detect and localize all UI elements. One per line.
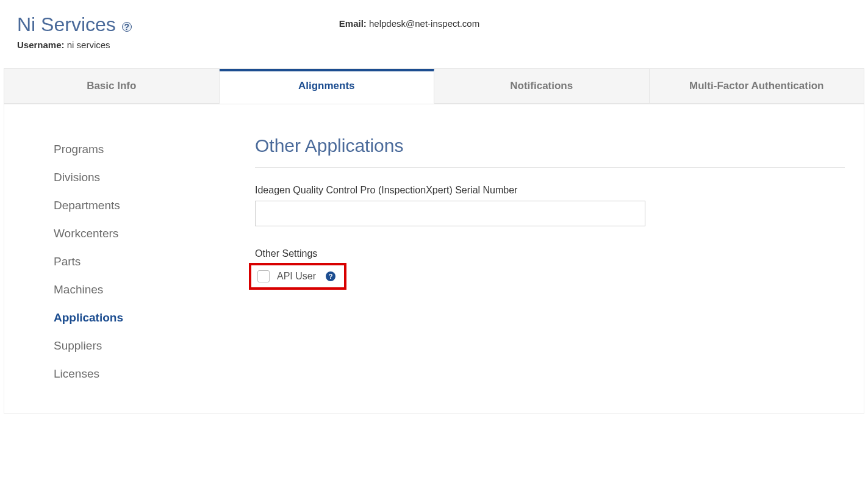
page-title: Ni Services ? — [17, 13, 132, 36]
api-user-highlight: API User ? — [249, 263, 346, 290]
sidebar-item-machines[interactable]: Machines — [54, 276, 255, 304]
sidebar-item-divisions[interactable]: Divisions — [54, 163, 255, 192]
help-icon[interactable]: ? — [326, 271, 335, 281]
sidebar-item-suppliers[interactable]: Suppliers — [54, 332, 255, 360]
help-icon[interactable]: ? — [122, 22, 132, 32]
sidebar-item-applications[interactable]: Applications — [54, 304, 255, 332]
sidebar-item-workcenters[interactable]: Workcenters — [54, 220, 255, 248]
main-panel: Other Applications Ideagen Quality Contr… — [255, 135, 857, 388]
tab-alignments[interactable]: Alignments — [220, 69, 435, 104]
api-user-checkbox[interactable] — [257, 270, 270, 282]
username-line: Username: ni services — [17, 40, 132, 50]
alignments-sidebar: Programs Divisions Departments Workcente… — [11, 135, 255, 388]
tab-notifications[interactable]: Notifications — [434, 69, 650, 104]
sidebar-item-departments[interactable]: Departments — [54, 192, 255, 220]
email-block: Email: helpdesk@net-inspect.com — [339, 18, 479, 29]
tab-basic-info[interactable]: Basic Info — [4, 69, 220, 104]
section-title: Other Applications — [255, 135, 845, 168]
tab-bar: Basic Info Alignments Notifications Mult… — [4, 68, 864, 104]
serial-number-label: Ideagen Quality Control Pro (InspectionX… — [255, 185, 845, 196]
email-label: Email: — [339, 18, 367, 29]
email-value: helpdesk@net-inspect.com — [369, 18, 479, 29]
sidebar-item-programs[interactable]: Programs — [54, 135, 255, 163]
api-user-label: API User — [277, 271, 316, 282]
page-title-text: Ni Services — [17, 13, 116, 36]
serial-number-input[interactable] — [255, 201, 645, 226]
sidebar-item-parts[interactable]: Parts — [54, 248, 255, 276]
other-settings-heading: Other Settings — [255, 248, 845, 259]
tab-mfa[interactable]: Multi-Factor Authentication — [650, 69, 865, 104]
sidebar-item-licenses[interactable]: Licenses — [54, 360, 255, 388]
username-label: Username: — [17, 40, 65, 50]
username-value: ni services — [67, 40, 110, 50]
